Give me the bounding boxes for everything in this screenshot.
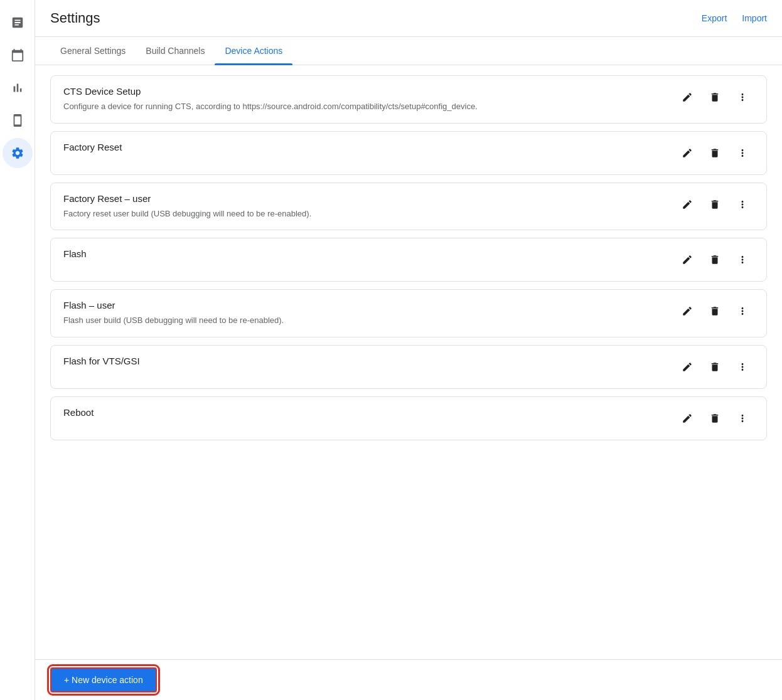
export-link[interactable]: Export — [702, 13, 727, 23]
sidebar-item-analytics[interactable] — [3, 73, 33, 103]
action-content-factory-reset-user: Factory Reset – userFactory reset user b… — [63, 193, 676, 220]
action-title-factory-reset-user: Factory Reset – user — [63, 193, 661, 204]
action-buttons-cts-device-setup — [676, 86, 754, 109]
tab-build-channels[interactable]: Build Channels — [136, 37, 215, 65]
action-buttons-factory-reset — [676, 142, 754, 164]
action-buttons-flash — [676, 248, 754, 271]
header-actions: Export Import — [702, 13, 767, 23]
tab-general-settings[interactable]: General Settings — [50, 37, 136, 65]
action-content-flash: Flash — [63, 248, 676, 263]
action-card-flash-user: Flash – userFlash user build (USB debugg… — [50, 289, 767, 337]
delete-button-factory-reset-user[interactable] — [704, 193, 726, 216]
edit-button-flash[interactable] — [676, 248, 699, 271]
import-link[interactable]: Import — [742, 13, 767, 23]
delete-button-cts-device-setup[interactable] — [704, 86, 726, 109]
action-buttons-flash-user — [676, 300, 754, 322]
delete-button-reboot[interactable] — [704, 407, 726, 430]
action-content-reboot: Reboot — [63, 407, 676, 422]
action-title-flash-vts-gsi: Flash for VTS/GSI — [63, 356, 661, 366]
action-card-factory-reset: Factory Reset — [50, 131, 767, 175]
header: Settings Export Import — [35, 0, 782, 37]
sidebar-item-reports[interactable] — [3, 8, 33, 38]
tabs-bar: General Settings Build Channels Device A… — [35, 37, 782, 65]
action-title-flash-user: Flash – user — [63, 300, 661, 310]
new-device-action-button[interactable]: + New device action — [50, 667, 157, 692]
action-desc-factory-reset-user: Factory reset user build (USB debugging … — [63, 208, 661, 220]
action-content-flash-user: Flash – userFlash user build (USB debugg… — [63, 300, 676, 327]
action-card-flash-vts-gsi: Flash for VTS/GSI — [50, 345, 767, 389]
action-content-cts-device-setup: CTS Device SetupConfigure a device for r… — [63, 86, 676, 113]
action-card-cts-device-setup: CTS Device SetupConfigure a device for r… — [50, 75, 767, 124]
more-button-factory-reset-user[interactable] — [731, 193, 754, 216]
sidebar-item-devices[interactable] — [3, 105, 33, 135]
action-title-cts-device-setup: CTS Device Setup — [63, 86, 661, 97]
action-title-factory-reset: Factory Reset — [63, 142, 661, 152]
more-button-cts-device-setup[interactable] — [731, 86, 754, 109]
delete-button-factory-reset[interactable] — [704, 142, 726, 164]
page-title: Settings — [50, 10, 100, 26]
action-content-factory-reset: Factory Reset — [63, 142, 676, 156]
edit-button-flash-vts-gsi[interactable] — [676, 356, 699, 378]
action-buttons-factory-reset-user — [676, 193, 754, 216]
action-buttons-reboot — [676, 407, 754, 430]
tab-device-actions[interactable]: Device Actions — [215, 37, 292, 65]
edit-button-reboot[interactable] — [676, 407, 699, 430]
action-card-flash: Flash — [50, 238, 767, 282]
action-card-reboot: Reboot — [50, 396, 767, 440]
edit-button-factory-reset-user[interactable] — [676, 193, 699, 216]
more-button-reboot[interactable] — [731, 407, 754, 430]
action-buttons-flash-vts-gsi — [676, 356, 754, 378]
delete-button-flash[interactable] — [704, 248, 726, 271]
sidebar-item-settings[interactable] — [3, 138, 33, 168]
sidebar — [0, 0, 35, 700]
bottom-bar: + New device action — [35, 659, 782, 700]
more-button-factory-reset[interactable] — [731, 142, 754, 164]
actions-list: CTS Device SetupConfigure a device for r… — [50, 75, 767, 440]
action-title-reboot: Reboot — [63, 407, 661, 418]
delete-button-flash-vts-gsi[interactable] — [704, 356, 726, 378]
more-button-flash-user[interactable] — [731, 300, 754, 322]
edit-button-cts-device-setup[interactable] — [676, 86, 699, 109]
action-card-factory-reset-user: Factory Reset – userFactory reset user b… — [50, 183, 767, 231]
sidebar-item-calendar[interactable] — [3, 40, 33, 70]
edit-button-factory-reset[interactable] — [676, 142, 699, 164]
more-button-flash-vts-gsi[interactable] — [731, 356, 754, 378]
edit-button-flash-user[interactable] — [676, 300, 699, 322]
action-desc-cts-device-setup: Configure a device for running CTS, acco… — [63, 100, 661, 113]
action-title-flash: Flash — [63, 248, 661, 259]
main-content: Settings Export Import General Settings … — [35, 0, 782, 700]
action-content-flash-vts-gsi: Flash for VTS/GSI — [63, 356, 676, 370]
more-button-flash[interactable] — [731, 248, 754, 271]
action-desc-flash-user: Flash user build (USB debugging will nee… — [63, 314, 661, 327]
delete-button-flash-user[interactable] — [704, 300, 726, 322]
content-area: CTS Device SetupConfigure a device for r… — [35, 65, 782, 700]
